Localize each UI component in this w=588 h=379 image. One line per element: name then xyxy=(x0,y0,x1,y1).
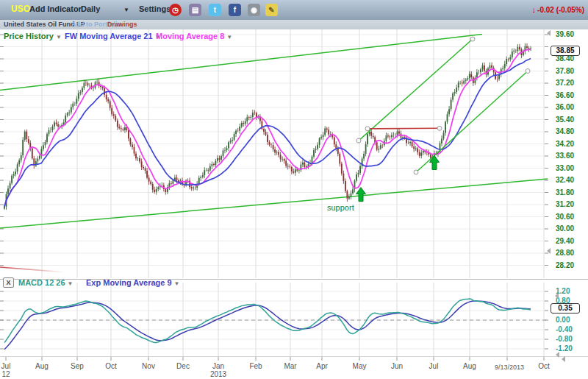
price-axis-label: 39.60 xyxy=(556,30,574,38)
timeframe-select[interactable]: Daily xyxy=(81,4,100,13)
macd-signal-menu[interactable]: Exp Moving Average 9▼ xyxy=(86,278,179,287)
macd-value-box: 0.35 xyxy=(551,303,580,314)
macd-axis-label: -0.80 xyxy=(556,335,573,343)
channel-line[interactable] xyxy=(0,179,548,228)
drawing-handle[interactable] xyxy=(414,170,418,174)
down-arrow-icon: ↓ xyxy=(532,5,537,14)
add-indicator-button[interactable]: Add Indicator xyxy=(29,4,82,13)
drawings-link[interactable]: Drawings xyxy=(107,21,137,28)
macd-line xyxy=(4,299,531,343)
chevron-down-icon: ▼ xyxy=(174,280,180,287)
drawing-handle[interactable] xyxy=(470,37,475,41)
time-axis-label: May xyxy=(345,362,374,370)
candles-down xyxy=(26,46,528,199)
up-arrow-annotation[interactable] xyxy=(356,188,366,202)
time-axis-label: Sep xyxy=(62,362,92,370)
chevron-down-icon: ▼ xyxy=(226,34,232,40)
alerts-clock-icon[interactable]: ◷ xyxy=(169,4,182,16)
time-axis-label: Oct xyxy=(529,362,559,370)
chart-canvas[interactable] xyxy=(0,0,588,379)
price-axis-label: 34.20 xyxy=(556,140,574,148)
notes-icon[interactable]: ✎ xyxy=(265,4,278,16)
symbol-label: USO xyxy=(11,4,30,14)
facebook-icon[interactable]: f xyxy=(229,4,241,16)
price-axis-label: 29.40 xyxy=(556,237,574,245)
price-axis-label: 32.40 xyxy=(556,176,574,184)
resistance-line[interactable] xyxy=(368,128,440,129)
macd-axis-label: 0.00 xyxy=(556,316,570,324)
axis-divider xyxy=(0,356,588,357)
scroll-marker-icon[interactable] xyxy=(547,248,551,254)
macd-axis-label: -0.40 xyxy=(556,325,573,333)
charting-app-window: USO Add Indicator Daily ▼ Settings ◷▤tf◉… xyxy=(0,0,588,379)
time-axis-label: Nov xyxy=(134,362,163,370)
symbol-subheader: United States Oil Fund LP Add to Portfol… xyxy=(0,20,588,29)
candle-wicks-down xyxy=(26,43,528,202)
time-axis-label: Aug xyxy=(27,362,57,370)
time-axis-label: Dec xyxy=(168,362,198,370)
price-axis-label: 34.80 xyxy=(556,127,574,135)
price-pane[interactable] xyxy=(0,29,548,278)
channel-line[interactable] xyxy=(0,34,482,90)
price-axis-label: 28.80 xyxy=(556,249,574,257)
time-axis-label: Feb xyxy=(241,362,270,370)
time-axis-label: Jul12 xyxy=(0,362,21,378)
time-axis-label: Oct xyxy=(96,362,126,370)
scroll-marker-icon[interactable] xyxy=(555,293,559,299)
settings-button[interactable]: Settings xyxy=(139,4,171,13)
price-axis-label: 31.20 xyxy=(556,200,574,208)
faded-trendline xyxy=(0,267,65,272)
price-axis-label: 33.00 xyxy=(556,164,574,172)
chevron-down-icon: ▼ xyxy=(68,280,74,287)
macd-pane[interactable] xyxy=(0,283,548,356)
macd-menu[interactable]: MACD 12 26▼ xyxy=(18,278,74,287)
scroll-marker-icon[interactable] xyxy=(556,352,559,358)
price-axis-label: 36.00 xyxy=(556,103,574,111)
trend-line[interactable] xyxy=(359,39,473,141)
drawing-handle[interactable] xyxy=(365,127,370,131)
chevron-down-icon: ▼ xyxy=(56,34,62,40)
news-book-icon[interactable]: ▤ xyxy=(189,4,201,16)
time-axis-label: Aug xyxy=(455,362,484,370)
timeframe-caret-icon[interactable]: ▼ xyxy=(123,7,129,13)
support-annotation: support xyxy=(327,203,354,212)
price-axis-label: 36.60 xyxy=(556,91,574,99)
trend-line[interactable] xyxy=(416,71,528,173)
time-axis-label: Mar xyxy=(276,362,305,370)
macd-close-button[interactable]: X xyxy=(3,277,14,288)
time-axis-label: Apr xyxy=(307,362,337,370)
price-history-menu[interactable]: Price History▼ xyxy=(4,32,62,40)
snapshot-camera-icon[interactable]: ◉ xyxy=(248,4,260,16)
price-axis-label: 33.60 xyxy=(556,152,574,160)
drawing-handle[interactable] xyxy=(356,138,361,143)
price-axis-label: 37.80 xyxy=(556,67,574,75)
price-axis-label: 37.20 xyxy=(556,79,574,87)
price-axis-label: 35.40 xyxy=(556,116,574,124)
drawing-handle[interactable] xyxy=(526,69,530,74)
candles-up xyxy=(4,46,531,209)
drawing-handle[interactable] xyxy=(437,126,442,130)
ma8-menu[interactable]: Moving Average 8▼ xyxy=(156,32,232,40)
price-axis-label: 28.20 xyxy=(556,261,574,269)
twitter-icon[interactable]: t xyxy=(209,4,221,16)
time-axis-label: Jan2013 xyxy=(204,362,233,378)
price-axis-label: 30.00 xyxy=(556,224,574,233)
time-axis-label: 9/13/2013 xyxy=(487,364,531,372)
price-change-badge: ↓-0.02 (-0.05%) xyxy=(532,5,584,14)
time-axis-label: Jun xyxy=(382,362,412,370)
last-price-box: 38.85 xyxy=(551,46,580,56)
scroll-marker-icon[interactable] xyxy=(547,30,551,36)
scroll-marker-icon[interactable] xyxy=(562,356,565,362)
overlay-8[interactable] xyxy=(4,49,531,207)
time-axis-label: Jul xyxy=(419,362,448,370)
ma21-menu[interactable]: FW Moving Average 21▼ xyxy=(65,32,161,40)
price-axis-label: 30.60 xyxy=(556,213,574,221)
price-axis-label: 31.80 xyxy=(556,188,574,196)
top-toolbar: USO Add Indicator Daily ▼ Settings ◷▤tf◉… xyxy=(0,0,588,21)
